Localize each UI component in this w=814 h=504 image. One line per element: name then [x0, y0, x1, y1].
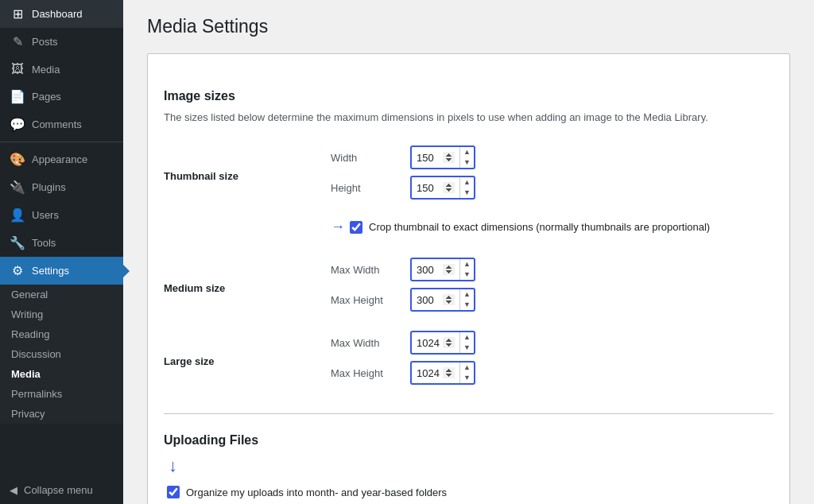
submenu-item-permalinks[interactable]: Permalinks [0, 384, 123, 404]
crop-label: Crop thumbnail to exact dimensions (norm… [369, 221, 710, 233]
sidebar-item-label: Posts [32, 36, 58, 48]
thumbnail-height-row: Height ▲ ▼ [331, 176, 766, 200]
thumbnail-width-input[interactable] [412, 149, 459, 167]
settings-icon: ⚙ [10, 263, 25, 278]
appearance-icon: 🎨 [10, 152, 25, 167]
pages-icon: 📄 [10, 89, 25, 104]
section-divider [164, 413, 773, 414]
submenu-item-reading[interactable]: Reading [0, 324, 123, 344]
large-width-input[interactable] [412, 334, 459, 352]
large-width-down[interactable]: ▼ [460, 343, 474, 353]
dashboard-icon: ⊞ [10, 6, 25, 21]
submenu-item-media[interactable]: Media [0, 364, 123, 384]
large-width-row: Max Width ▲ ▼ [331, 331, 766, 355]
medium-size-row: Medium size Max Width ▲ ▼ [164, 251, 773, 324]
settings-submenu: General Writing Reading Discussion Media… [0, 285, 123, 424]
submenu-item-privacy[interactable]: Privacy [0, 404, 123, 424]
medium-label: Medium size [164, 282, 225, 294]
thumbnail-fields: Width ▲ ▼ Height [331, 145, 766, 206]
large-height-down[interactable]: ▼ [460, 373, 474, 383]
sidebar-item-label: Settings [32, 265, 69, 277]
thumbnail-height-input-wrapper: ▲ ▼ [410, 176, 475, 200]
thumbnail-height-up[interactable]: ▲ [460, 177, 474, 188]
medium-width-up[interactable]: ▲ [460, 259, 474, 269]
sidebar-item-label: Appearance [32, 153, 87, 165]
image-sizes-heading: Image sizes [164, 89, 773, 103]
medium-height-up[interactable]: ▲ [460, 289, 474, 300]
sidebar-item-comments[interactable]: 💬 Comments [0, 110, 123, 138]
thumbnail-width-up[interactable]: ▲ [460, 147, 474, 157]
thumbnail-crop-row: → Crop thumbnail to exact dimensions (no… [164, 212, 773, 251]
large-height-input-wrapper: ▲ ▼ [410, 361, 475, 385]
upload-arrow-icon: ↓ [169, 456, 177, 476]
thumbnail-height-down[interactable]: ▼ [460, 188, 474, 198]
large-width-spinners: ▲ ▼ [459, 332, 474, 353]
sidebar-item-tools[interactable]: 🔧 Tools [0, 229, 123, 257]
large-max-height-label: Max Height [331, 367, 402, 379]
sidebar: ⊞ Dashboard ✎ Posts 🖼 Media 📄 Pages 💬 Co… [0, 0, 123, 504]
sidebar-item-label: Pages [32, 91, 61, 103]
thumbnail-width-input-wrapper: ▲ ▼ [410, 145, 475, 169]
main-content: Media Settings Image sizes The sizes lis… [123, 0, 814, 504]
crop-checkbox-row: Crop thumbnail to exact dimensions (norm… [350, 221, 710, 234]
sidebar-item-users[interactable]: 👤 Users [0, 201, 123, 229]
large-height-spinners: ▲ ▼ [459, 362, 474, 383]
sidebar-item-plugins[interactable]: 🔌 Plugins [0, 173, 123, 201]
medium-width-down[interactable]: ▼ [460, 269, 474, 280]
tools-icon: 🔧 [10, 235, 25, 250]
thumbnail-width-down[interactable]: ▼ [460, 157, 474, 168]
large-width-input-wrapper: ▲ ▼ [410, 331, 475, 355]
sidebar-item-settings[interactable]: ⚙ Settings [0, 257, 123, 285]
large-fields: Max Width ▲ ▼ Max Heigh [331, 331, 766, 391]
sidebar-item-label: Tools [32, 237, 56, 249]
medium-height-input-wrapper: ▲ ▼ [410, 288, 475, 312]
sidebar-item-posts[interactable]: ✎ Posts [0, 28, 123, 56]
thumbnail-height-input[interactable] [412, 179, 459, 197]
organize-label: Organize my uploads into month- and year… [186, 487, 447, 498]
medium-width-input[interactable] [412, 261, 459, 279]
large-height-input[interactable] [412, 364, 459, 382]
page-title: Media Settings [147, 16, 790, 37]
users-icon: 👤 [10, 207, 25, 223]
medium-width-spinners: ▲ ▼ [459, 259, 474, 280]
thumbnail-size-row: Thumbnail size Width ▲ ▼ [164, 139, 773, 212]
posts-icon: ✎ [10, 34, 25, 49]
crop-checkbox[interactable] [350, 221, 362, 234]
uploading-files-heading: Uploading Files [164, 433, 773, 448]
submenu-item-writing[interactable]: Writing [0, 304, 123, 324]
large-max-width-label: Max Width [331, 337, 402, 349]
sidebar-item-pages[interactable]: 📄 Pages [0, 83, 123, 110]
sidebar-item-label: Media [32, 64, 60, 76]
medium-fields: Max Width ▲ ▼ Max Heigh [331, 258, 766, 318]
large-label: Large size [164, 355, 215, 367]
settings-content: Image sizes The sizes listed below deter… [147, 53, 790, 504]
thumbnail-height-spinners: ▲ ▼ [459, 177, 474, 198]
sidebar-item-label: Plugins [32, 181, 66, 193]
large-width-up[interactable]: ▲ [460, 332, 474, 343]
crop-arrow-icon: → [331, 219, 345, 235]
medium-max-height-label: Max Height [331, 294, 402, 306]
medium-height-input[interactable] [412, 291, 459, 309]
sidebar-item-label: Dashboard [32, 8, 83, 20]
comments-icon: 💬 [10, 117, 25, 132]
collapse-menu-button[interactable]: ◀ Collapse menu [0, 476, 123, 504]
submenu-item-general[interactable]: General [0, 285, 123, 304]
image-sizes-description: The sizes listed below determine the max… [164, 111, 773, 123]
organize-checkbox-row: Organize my uploads into month- and year… [167, 486, 447, 498]
organize-checkbox[interactable] [167, 486, 180, 498]
sidebar-item-dashboard[interactable]: ⊞ Dashboard [0, 0, 123, 28]
submenu-item-discussion[interactable]: Discussion [0, 344, 123, 364]
sidebar-item-label: Comments [32, 118, 82, 130]
collapse-icon: ◀ [10, 484, 17, 496]
medium-height-row: Max Height ▲ ▼ [331, 288, 766, 312]
collapse-label: Collapse menu [24, 484, 93, 496]
medium-width-row: Max Width ▲ ▼ [331, 258, 766, 281]
large-height-up[interactable]: ▲ [460, 362, 474, 373]
sidebar-item-media[interactable]: 🖼 Media [0, 56, 123, 83]
medium-height-down[interactable]: ▼ [460, 300, 474, 310]
image-sizes-table: Thumbnail size Width ▲ ▼ [164, 139, 773, 397]
large-size-row: Large size Max Width ▲ ▼ [164, 324, 773, 397]
plugins-icon: 🔌 [10, 180, 25, 195]
sidebar-item-appearance[interactable]: 🎨 Appearance [0, 145, 123, 173]
sidebar-divider [0, 142, 123, 142]
